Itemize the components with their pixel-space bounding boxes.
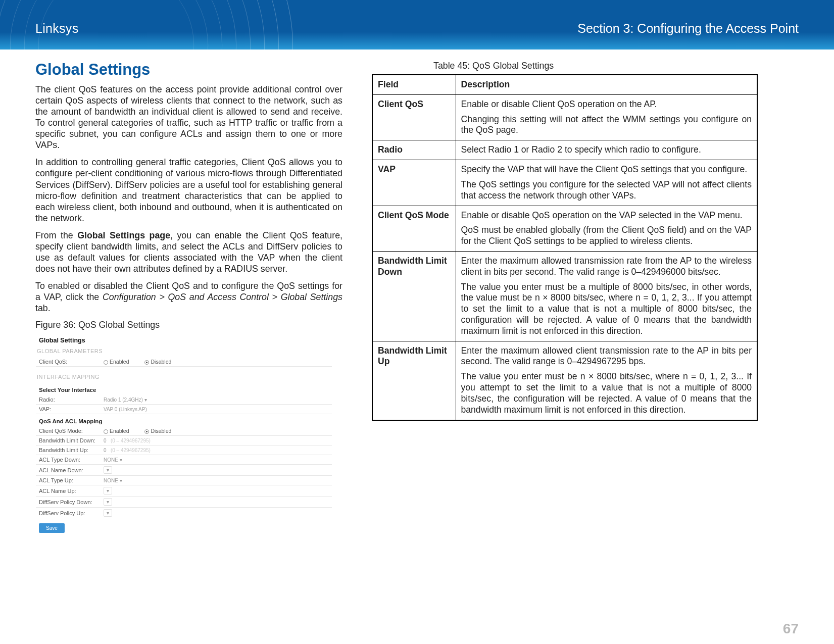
field-description: Select Radio 1 or Radio 2 to specify whi… bbox=[456, 140, 757, 160]
th-field: Field bbox=[372, 75, 456, 94]
figure-caption: Figure 36: QoS Global Settings bbox=[35, 320, 342, 330]
mock-label: Bandwidth Limit Up: bbox=[39, 447, 104, 453]
radio-icon bbox=[144, 360, 149, 365]
field-name: Bandwidth Limit Down bbox=[372, 251, 456, 341]
field-name: Radio bbox=[372, 140, 456, 160]
global-settings-page-bold: Global Settings page bbox=[77, 230, 170, 240]
desc-paragraph: Enable or disable QoS operation on the V… bbox=[461, 210, 752, 221]
nav-path-italic: Configuration > QoS and Access Control >… bbox=[103, 292, 342, 302]
mock-row-bw-down: Bandwidth Limit Down: 0 (0 – 4294967295) bbox=[36, 436, 332, 445]
desc-paragraph: Select Radio 1 or Radio 2 to specify whi… bbox=[461, 144, 752, 156]
radio-icon bbox=[104, 360, 108, 365]
mock-radio-group: Enabled Disabled bbox=[104, 359, 185, 365]
mock-row-acl-type-down: ACL Type Down: NONE ▾ bbox=[36, 455, 332, 465]
radio-label: Enabled bbox=[110, 428, 129, 434]
radio-icon bbox=[144, 429, 149, 434]
desc-paragraph: Enter the maximum allowed transmission r… bbox=[461, 256, 752, 278]
mock-label: ACL Type Up: bbox=[39, 477, 104, 483]
table-row: Bandwidth Limit Down Enter the maximum a… bbox=[372, 251, 757, 341]
mock-row-diffserv-down: DiffServ Policy Down: ▾ bbox=[36, 497, 332, 508]
table-caption: Table 45: QoS Global Settings bbox=[433, 61, 758, 71]
mock-label: Bandwidth Limit Down: bbox=[39, 437, 104, 443]
desc-paragraph: The value you enter must be a multiple o… bbox=[461, 282, 752, 337]
top-banner: Linksys Section 3: Configuring the Acces… bbox=[0, 0, 834, 49]
mock-subhead-select-interface: Select Your Interface bbox=[36, 383, 332, 395]
mock-label: Radio: bbox=[39, 397, 104, 403]
page-title: Global Settings bbox=[35, 61, 342, 79]
desc-paragraph: Enable or disable Client QoS operation o… bbox=[461, 99, 752, 110]
mock-section-global: GLOBAL PARAMETERS bbox=[36, 346, 332, 357]
mock-value: NONE ▾ bbox=[104, 478, 122, 483]
mock-label: DiffServ Policy Down: bbox=[39, 499, 104, 505]
intro-paragraph-3: From the Global Settings page, you can e… bbox=[35, 230, 342, 274]
mock-row-client-qos: Client QoS: Enabled Disabled bbox=[36, 357, 332, 367]
right-column: Table 45: QoS Global Settings Field Desc… bbox=[372, 61, 758, 624]
mock-label: ACL Name Up: bbox=[39, 488, 104, 494]
mock-row-acl-name-up: ACL Name Up: ▾ bbox=[36, 485, 332, 497]
mock-value: Radio 1 (2.4GHz) ▾ bbox=[104, 397, 147, 403]
radio-icon bbox=[104, 429, 108, 434]
desc-paragraph: Changing this setting will not affect th… bbox=[461, 114, 752, 136]
field-description: Specify the VAP that will have the Clien… bbox=[456, 160, 757, 206]
mock-label: VAP: bbox=[39, 406, 104, 412]
mock-label: ACL Name Down: bbox=[39, 467, 104, 473]
intro-paragraph-4: To enabled or disabled the Client QoS an… bbox=[35, 280, 342, 314]
desc-paragraph: The QoS settings you configure for the s… bbox=[461, 179, 752, 202]
th-description: Description bbox=[456, 75, 757, 94]
mock-row-client-qos-mode: Client QoS Mode: Enabled Disabled bbox=[36, 426, 332, 436]
field-description: Enter the maximum allowed transmission r… bbox=[456, 251, 757, 341]
mock-value: ▾ bbox=[104, 466, 112, 474]
table-header-row: Field Description bbox=[372, 75, 757, 94]
mock-value: NONE ▾ bbox=[104, 457, 122, 463]
mock-value: 0 (0 – 4294967295) bbox=[104, 438, 151, 443]
mock-label: Client QoS: bbox=[39, 359, 104, 365]
mock-radio-group: Enabled Disabled bbox=[104, 428, 185, 434]
page-number: 67 bbox=[783, 621, 799, 637]
table-row: Radio Select Radio 1 or Radio 2 to speci… bbox=[372, 140, 757, 160]
field-description: Enter the maximum allowed client transmi… bbox=[456, 341, 757, 420]
mock-row-acl-name-down: ACL Name Down: ▾ bbox=[36, 465, 332, 476]
text-fragment: tab. bbox=[35, 303, 51, 313]
mock-row-vap: VAP: VAP 0 (Linksys AP) bbox=[36, 405, 332, 414]
mock-subhead-qos-acl: QoS And ACL Mapping bbox=[36, 414, 332, 426]
table-row: Bandwidth Limit Up Enter the maximum all… bbox=[372, 341, 757, 420]
mock-save-button: Save bbox=[39, 523, 65, 533]
field-name: Bandwidth Limit Up bbox=[372, 341, 456, 420]
section-title: Section 3: Configuring the Access Point bbox=[577, 21, 799, 36]
mock-row-radio: Radio: Radio 1 (2.4GHz) ▾ bbox=[36, 395, 332, 405]
table-row: Client QoS Enable or disable Client QoS … bbox=[372, 94, 757, 140]
desc-paragraph: The value you enter must be n × 8000 bit… bbox=[461, 371, 752, 415]
field-name: Client QoS bbox=[372, 94, 456, 140]
mock-row-diffserv-up: DiffServ Policy Up: ▾ bbox=[36, 508, 332, 518]
mock-section-interface: INTERFACE MAPPING bbox=[36, 372, 332, 383]
table-row: Client QoS Mode Enable or disable QoS op… bbox=[372, 206, 757, 251]
field-name: VAP bbox=[372, 160, 456, 206]
mock-heading: Global Settings bbox=[36, 334, 332, 346]
field-description: Enable or disable QoS operation on the V… bbox=[456, 206, 757, 251]
page-body: Global Settings The client QoS features … bbox=[0, 49, 834, 644]
desc-paragraph: Enter the maximum allowed client transmi… bbox=[461, 345, 752, 368]
table-row: VAP Specify the VAP that will have the C… bbox=[372, 160, 757, 206]
mock-value: ▾ bbox=[104, 487, 112, 494]
mock-label: Client QoS Mode: bbox=[39, 428, 104, 434]
desc-paragraph: Specify the VAP that will have the Clien… bbox=[461, 164, 752, 175]
radio-label: Disabled bbox=[151, 359, 171, 365]
radio-label: Disabled bbox=[151, 428, 171, 434]
mock-value: 0 (0 – 4294967295) bbox=[104, 448, 151, 453]
radio-label: Enabled bbox=[110, 359, 129, 365]
mock-value: VAP 0 (Linksys AP) bbox=[104, 407, 205, 412]
desc-paragraph: QoS must be enabled globally (from the C… bbox=[461, 225, 752, 247]
left-column: Global Settings The client QoS features … bbox=[35, 61, 342, 624]
intro-paragraph-2: In addition to controlling general traff… bbox=[35, 157, 342, 223]
qos-settings-table: Field Description Client QoS Enable or d… bbox=[372, 74, 758, 421]
brand-name: Linksys bbox=[35, 21, 78, 36]
mock-label: ACL Type Down: bbox=[39, 457, 104, 463]
intro-paragraph-1: The client QoS features on the access po… bbox=[35, 84, 342, 151]
mock-value: ▾ bbox=[104, 509, 112, 517]
mock-row-acl-type-up: ACL Type Up: NONE ▾ bbox=[36, 476, 332, 485]
mock-row-bw-up: Bandwidth Limit Up: 0 (0 – 4294967295) bbox=[36, 445, 332, 455]
field-name: Client QoS Mode bbox=[372, 206, 456, 251]
field-description: Enable or disable Client QoS operation o… bbox=[456, 94, 757, 140]
mock-value: ▾ bbox=[104, 498, 112, 506]
text-fragment: From the bbox=[35, 230, 77, 240]
